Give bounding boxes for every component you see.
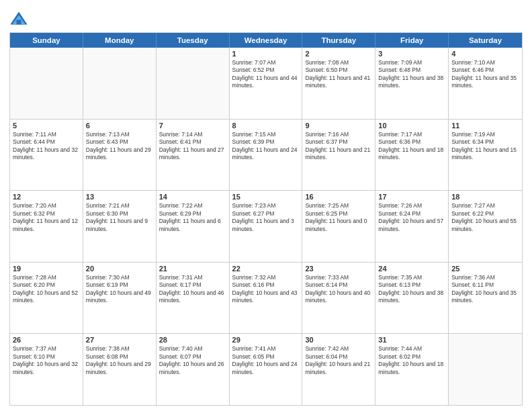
day-info: Sunrise: 7:17 AM Sunset: 6:36 PM Dayligh… bbox=[378, 131, 445, 162]
calendar-week-2: 5Sunrise: 7:11 AM Sunset: 6:44 PM Daylig… bbox=[10, 119, 522, 191]
day-info: Sunrise: 7:32 AM Sunset: 6:16 PM Dayligh… bbox=[232, 274, 300, 305]
day-info: Sunrise: 7:11 AM Sunset: 6:44 PM Dayligh… bbox=[13, 131, 80, 162]
calendar-day-16: 16Sunrise: 7:25 AM Sunset: 6:25 PM Dayli… bbox=[302, 191, 375, 262]
calendar-empty-cell bbox=[157, 48, 230, 119]
day-number: 8 bbox=[232, 122, 300, 130]
calendar-empty-cell bbox=[83, 48, 157, 119]
day-info: Sunrise: 7:20 AM Sunset: 6:32 PM Dayligh… bbox=[13, 202, 80, 233]
calendar-day-22: 22Sunrise: 7:32 AM Sunset: 6:16 PM Dayli… bbox=[230, 263, 303, 334]
calendar-day-7: 7Sunrise: 7:14 AM Sunset: 6:41 PM Daylig… bbox=[157, 120, 230, 191]
day-number: 3 bbox=[378, 50, 445, 58]
day-info: Sunrise: 7:31 AM Sunset: 6:17 PM Dayligh… bbox=[159, 274, 226, 305]
day-number: 20 bbox=[86, 265, 153, 273]
day-info: Sunrise: 7:30 AM Sunset: 6:19 PM Dayligh… bbox=[86, 274, 153, 305]
header-day-monday: Monday bbox=[83, 33, 157, 48]
calendar-day-5: 5Sunrise: 7:11 AM Sunset: 6:44 PM Daylig… bbox=[10, 120, 83, 191]
day-info: Sunrise: 7:15 AM Sunset: 6:39 PM Dayligh… bbox=[232, 131, 300, 162]
day-number: 27 bbox=[86, 336, 153, 344]
header-day-thursday: Thursday bbox=[302, 33, 375, 48]
calendar-day-4: 4Sunrise: 7:10 AM Sunset: 6:46 PM Daylig… bbox=[449, 48, 522, 119]
day-info: Sunrise: 7:10 AM Sunset: 6:46 PM Dayligh… bbox=[451, 59, 519, 90]
calendar-week-1: 1Sunrise: 7:07 AM Sunset: 6:52 PM Daylig… bbox=[10, 48, 522, 119]
calendar-week-4: 19Sunrise: 7:28 AM Sunset: 6:20 PM Dayli… bbox=[10, 262, 522, 334]
day-info: Sunrise: 7:42 AM Sunset: 6:04 PM Dayligh… bbox=[305, 345, 372, 376]
day-number: 28 bbox=[159, 336, 226, 344]
header-day-tuesday: Tuesday bbox=[157, 33, 230, 48]
day-number: 29 bbox=[232, 336, 300, 344]
day-number: 11 bbox=[451, 122, 519, 130]
calendar-day-25: 25Sunrise: 7:36 AM Sunset: 6:11 PM Dayli… bbox=[449, 263, 522, 334]
day-info: Sunrise: 7:41 AM Sunset: 6:05 PM Dayligh… bbox=[232, 345, 300, 376]
day-number: 16 bbox=[305, 193, 372, 201]
day-info: Sunrise: 7:08 AM Sunset: 6:50 PM Dayligh… bbox=[305, 59, 372, 90]
day-info: Sunrise: 7:28 AM Sunset: 6:20 PM Dayligh… bbox=[13, 274, 80, 305]
day-number: 2 bbox=[305, 50, 372, 58]
day-info: Sunrise: 7:23 AM Sunset: 6:27 PM Dayligh… bbox=[232, 202, 300, 233]
calendar-day-21: 21Sunrise: 7:31 AM Sunset: 6:17 PM Dayli… bbox=[157, 263, 230, 334]
header-day-sunday: Sunday bbox=[10, 33, 83, 48]
day-number: 12 bbox=[13, 193, 80, 201]
calendar-day-18: 18Sunrise: 7:27 AM Sunset: 6:22 PM Dayli… bbox=[449, 191, 522, 262]
day-number: 10 bbox=[378, 122, 445, 130]
day-info: Sunrise: 7:44 AM Sunset: 6:02 PM Dayligh… bbox=[378, 345, 445, 376]
day-info: Sunrise: 7:38 AM Sunset: 6:08 PM Dayligh… bbox=[86, 345, 153, 376]
calendar-day-3: 3Sunrise: 7:09 AM Sunset: 6:48 PM Daylig… bbox=[375, 48, 449, 119]
calendar-header: SundayMondayTuesdayWednesdayThursdayFrid… bbox=[10, 33, 522, 48]
calendar-empty-cell bbox=[10, 48, 83, 119]
day-info: Sunrise: 7:26 AM Sunset: 6:24 PM Dayligh… bbox=[378, 202, 445, 233]
day-info: Sunrise: 7:25 AM Sunset: 6:25 PM Dayligh… bbox=[305, 202, 372, 233]
header-day-wednesday: Wednesday bbox=[230, 33, 303, 48]
day-info: Sunrise: 7:27 AM Sunset: 6:22 PM Dayligh… bbox=[451, 202, 519, 233]
calendar-day-19: 19Sunrise: 7:28 AM Sunset: 6:20 PM Dayli… bbox=[10, 263, 83, 334]
calendar-day-27: 27Sunrise: 7:38 AM Sunset: 6:08 PM Dayli… bbox=[83, 334, 157, 405]
day-info: Sunrise: 7:13 AM Sunset: 6:43 PM Dayligh… bbox=[86, 131, 153, 162]
page: SundayMondayTuesdayWednesdayThursdayFrid… bbox=[0, 0, 532, 411]
svg-rect-2 bbox=[17, 19, 21, 24]
calendar-day-12: 12Sunrise: 7:20 AM Sunset: 6:32 PM Dayli… bbox=[10, 191, 83, 262]
calendar-empty-cell bbox=[449, 334, 522, 405]
calendar-day-26: 26Sunrise: 7:37 AM Sunset: 6:10 PM Dayli… bbox=[10, 334, 83, 405]
day-number: 4 bbox=[451, 50, 519, 58]
day-info: Sunrise: 7:40 AM Sunset: 6:07 PM Dayligh… bbox=[159, 345, 226, 376]
calendar-day-15: 15Sunrise: 7:23 AM Sunset: 6:27 PM Dayli… bbox=[230, 191, 303, 262]
day-number: 30 bbox=[305, 336, 372, 344]
calendar-day-31: 31Sunrise: 7:44 AM Sunset: 6:02 PM Dayli… bbox=[375, 334, 449, 405]
calendar-day-6: 6Sunrise: 7:13 AM Sunset: 6:43 PM Daylig… bbox=[83, 120, 157, 191]
day-number: 9 bbox=[305, 122, 372, 130]
calendar-day-8: 8Sunrise: 7:15 AM Sunset: 6:39 PM Daylig… bbox=[230, 120, 303, 191]
calendar-day-20: 20Sunrise: 7:30 AM Sunset: 6:19 PM Dayli… bbox=[83, 263, 157, 334]
calendar-day-11: 11Sunrise: 7:19 AM Sunset: 6:34 PM Dayli… bbox=[449, 120, 522, 191]
day-number: 6 bbox=[86, 122, 153, 130]
logo bbox=[9, 9, 31, 28]
header-day-friday: Friday bbox=[375, 33, 449, 48]
day-info: Sunrise: 7:07 AM Sunset: 6:52 PM Dayligh… bbox=[232, 59, 300, 90]
calendar-day-28: 28Sunrise: 7:40 AM Sunset: 6:07 PM Dayli… bbox=[157, 334, 230, 405]
day-number: 18 bbox=[451, 193, 519, 201]
calendar-day-30: 30Sunrise: 7:42 AM Sunset: 6:04 PM Dayli… bbox=[302, 334, 375, 405]
calendar-day-29: 29Sunrise: 7:41 AM Sunset: 6:05 PM Dayli… bbox=[230, 334, 303, 405]
day-info: Sunrise: 7:33 AM Sunset: 6:14 PM Dayligh… bbox=[305, 274, 372, 305]
calendar-day-23: 23Sunrise: 7:33 AM Sunset: 6:14 PM Dayli… bbox=[302, 263, 375, 334]
day-info: Sunrise: 7:16 AM Sunset: 6:37 PM Dayligh… bbox=[305, 131, 372, 162]
calendar-day-13: 13Sunrise: 7:21 AM Sunset: 6:30 PM Dayli… bbox=[83, 191, 157, 262]
calendar: SundayMondayTuesdayWednesdayThursdayFrid… bbox=[9, 32, 523, 406]
day-number: 19 bbox=[13, 265, 80, 273]
calendar-week-3: 12Sunrise: 7:20 AM Sunset: 6:32 PM Dayli… bbox=[10, 190, 522, 262]
day-info: Sunrise: 7:19 AM Sunset: 6:34 PM Dayligh… bbox=[451, 131, 519, 162]
day-info: Sunrise: 7:14 AM Sunset: 6:41 PM Dayligh… bbox=[159, 131, 226, 162]
day-number: 22 bbox=[232, 265, 300, 273]
calendar-week-5: 26Sunrise: 7:37 AM Sunset: 6:10 PM Dayli… bbox=[10, 333, 522, 405]
calendar-day-1: 1Sunrise: 7:07 AM Sunset: 6:52 PM Daylig… bbox=[230, 48, 303, 119]
day-number: 14 bbox=[159, 193, 226, 201]
calendar-day-17: 17Sunrise: 7:26 AM Sunset: 6:24 PM Dayli… bbox=[375, 191, 449, 262]
day-number: 1 bbox=[232, 50, 300, 58]
day-number: 31 bbox=[378, 336, 445, 344]
day-number: 7 bbox=[159, 122, 226, 130]
header bbox=[9, 7, 523, 28]
day-number: 15 bbox=[232, 193, 300, 201]
day-info: Sunrise: 7:36 AM Sunset: 6:11 PM Dayligh… bbox=[451, 274, 519, 305]
calendar-body: 1Sunrise: 7:07 AM Sunset: 6:52 PM Daylig… bbox=[10, 48, 522, 405]
day-info: Sunrise: 7:21 AM Sunset: 6:30 PM Dayligh… bbox=[86, 202, 153, 233]
calendar-day-9: 9Sunrise: 7:16 AM Sunset: 6:37 PM Daylig… bbox=[302, 120, 375, 191]
calendar-day-14: 14Sunrise: 7:22 AM Sunset: 6:29 PM Dayli… bbox=[157, 191, 230, 262]
